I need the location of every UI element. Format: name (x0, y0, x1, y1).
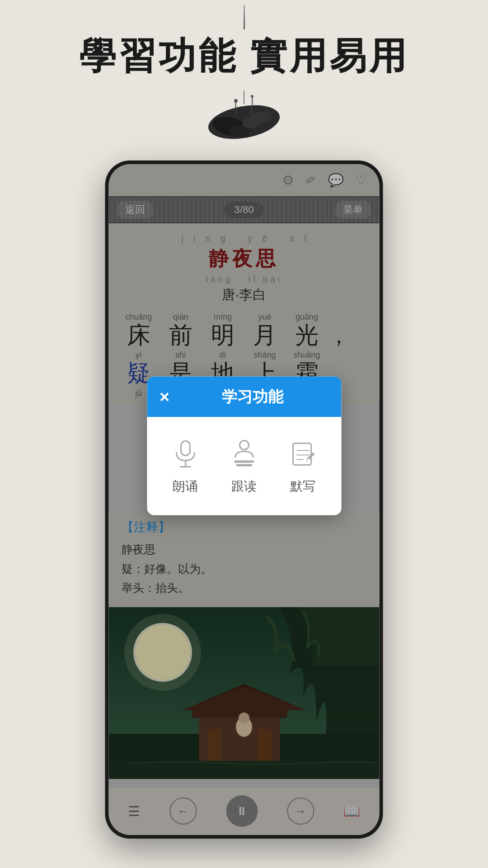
microphone-icon (169, 438, 202, 472)
svg-line-18 (306, 458, 307, 461)
rope-decoration (244, 5, 245, 29)
svg-rect-8 (181, 441, 190, 455)
recitation-label: 朗诵 (173, 478, 198, 495)
svg-point-6 (234, 99, 238, 103)
modal-body: 朗诵 跟读 (147, 417, 341, 515)
modal-header: × 学习功能 (147, 377, 341, 417)
page-title: 學習功能 實用易用 (79, 32, 409, 81)
svg-point-7 (251, 95, 253, 98)
reading-person-icon (227, 438, 261, 472)
modal-title: 学习功能 (176, 387, 328, 407)
svg-rect-12 (234, 460, 254, 462)
modal-item-follow-reading[interactable]: 跟读 (227, 438, 261, 495)
learning-modal: × 学习功能 (147, 377, 341, 515)
dictation-label: 默写 (290, 478, 315, 495)
write-icon (286, 438, 320, 472)
phone-screen: ⚙ ✏ 💬 ♡ 返回 3/80 菜单 jing yè sī (109, 164, 380, 835)
ink-decoration (194, 90, 294, 146)
svg-rect-14 (293, 443, 311, 465)
phone-frame: ⚙ ✏ 💬 ♡ 返回 3/80 菜单 jing yè sī (105, 160, 383, 839)
modal-item-recitation[interactable]: 朗诵 (169, 438, 202, 495)
top-section: 學習功能 實用易用 (0, 0, 488, 172)
svg-rect-13 (236, 464, 252, 466)
follow-reading-label: 跟读 (231, 478, 257, 495)
modal-close-button[interactable]: × (160, 387, 169, 406)
modal-item-dictation[interactable]: 默写 (286, 438, 320, 495)
svg-point-11 (239, 440, 249, 449)
